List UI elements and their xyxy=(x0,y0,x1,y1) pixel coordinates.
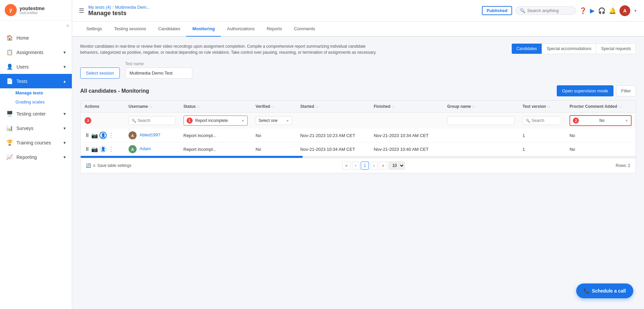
sidebar: y youtestme GetCertified « 🏠 Home 📋 Assi… xyxy=(0,0,72,309)
test-name-input[interactable] xyxy=(125,68,192,79)
test-version-filter-input[interactable] xyxy=(532,118,552,123)
verified-filter-value: Select one xyxy=(259,118,278,123)
finished-cell-1: Nov-21-2023 10:34 AM CET xyxy=(370,129,443,142)
scrollbar-thumb[interactable] xyxy=(81,156,303,158)
col-group-name[interactable]: Group name↑↓ xyxy=(443,101,518,113)
training-courses-icon: 🏆 xyxy=(6,139,13,146)
table-row: ⏸ 📷 👤 ⋮ A Abled1997 xyxy=(81,129,636,142)
schedule-call-button[interactable]: 📞 Schedule a call xyxy=(576,283,633,298)
help-icon[interactable]: ❓ xyxy=(579,7,587,14)
sidebar-item-testing-center[interactable]: 🖥️ Testing center ▼ xyxy=(0,106,72,121)
tab-testing-sessions[interactable]: Testing sessions xyxy=(108,21,152,37)
more-options-icon-1[interactable]: ⋮ xyxy=(108,132,114,139)
play-icon[interactable]: ▶ xyxy=(590,7,595,14)
menu-toggle-button[interactable]: ☰ xyxy=(79,7,84,14)
verified-filter-dropdown[interactable]: Select one ▼ xyxy=(256,116,292,125)
avatar[interactable]: A xyxy=(620,5,630,16)
select-session-button[interactable]: Select session xyxy=(80,68,120,79)
proctor-comment-filter-dropdown[interactable]: 2 No ▼ xyxy=(569,115,632,126)
next-page-button[interactable]: › xyxy=(370,162,378,170)
sidebar-item-assignments[interactable]: 📋 Assignments ▼ xyxy=(0,45,72,59)
group-name-filter-input[interactable] xyxy=(447,116,514,125)
col-test-version[interactable]: Test version↑↓ xyxy=(518,101,565,113)
tab-candidates[interactable]: Candidates xyxy=(152,21,186,37)
col-username[interactable]: Username↑↓ xyxy=(125,101,180,113)
page-body: Monitor candidates in real-time or revie… xyxy=(72,37,644,180)
topbar-right: Published 🔍 ❓ ▶ 🎧 🔔 A ▼ xyxy=(482,5,637,16)
prev-page-button[interactable]: ‹ xyxy=(352,162,359,170)
assignments-arrow-icon: ▼ xyxy=(63,50,66,54)
status-filter-chevron-icon: ▼ xyxy=(241,119,245,123)
sidebar-item-training-courses[interactable]: 🏆 Training courses ▼ xyxy=(0,135,72,150)
page-size-select[interactable]: 10 25 50 xyxy=(389,162,405,170)
testing-center-icon: 🖥️ xyxy=(6,111,13,117)
sidebar-subitem-grading-scales[interactable]: Grading scales xyxy=(0,97,72,106)
status-filter-dropdown[interactable]: 1 Report incomplete ▼ xyxy=(184,116,248,126)
topbar: ☰ My tests (4)/Multimedia Dem...Manage t… xyxy=(72,0,644,21)
verified-cell-2: No xyxy=(252,142,296,156)
content-area: Monitor candidates in real-time or revie… xyxy=(72,37,644,309)
col-started[interactable]: Started↑↓ xyxy=(296,101,370,113)
search-icon: 🔍 xyxy=(520,8,525,13)
filter-status-cell: 1 Report incomplete ▼ xyxy=(180,113,252,129)
sidebar-item-reporting-label: Reporting xyxy=(16,154,37,160)
sidebar-item-tests[interactable]: 📄 Tests ▲ xyxy=(0,74,72,88)
avatar-dropdown-arrow-icon[interactable]: ▼ xyxy=(634,9,637,13)
filter-started-cell xyxy=(296,113,370,129)
username-search-icon: 🔍 xyxy=(132,119,136,123)
sidebar-item-reporting[interactable]: 📈 Reporting ▼ xyxy=(0,150,72,164)
proctor-filter-chevron-icon: ▼ xyxy=(625,119,628,123)
svg-text:A: A xyxy=(623,8,627,13)
candidates-filter-button[interactable]: Candidates xyxy=(512,44,542,54)
select-session-wrapper: Select session xyxy=(80,68,120,79)
collapse-sidebar-button[interactable]: « xyxy=(3,23,69,29)
col-proctor-comment[interactable]: Proctor Comment Added↑↓ xyxy=(565,101,636,113)
actions-cell-1: ⏸ 📷 👤 ⋮ xyxy=(81,129,125,142)
breadcrumb-my-tests[interactable]: My tests (4) xyxy=(88,5,111,10)
horizontal-scrollbar[interactable] xyxy=(81,156,636,158)
special-requests-filter-button[interactable]: Special requests xyxy=(596,44,636,54)
tests-icon: 📄 xyxy=(6,78,13,84)
table-header-row: Actions Username↑↓ Status↑↓ Verified↑↓ S… xyxy=(81,101,636,113)
users-icon: 👤 xyxy=(6,63,13,70)
pause-icon-2[interactable]: ⏸ xyxy=(85,146,90,152)
more-options-icon-2[interactable]: ⋮ xyxy=(108,145,114,153)
started-cell-2: Nov-21-2023 10:34 AM CET xyxy=(296,142,370,156)
page-1-button[interactable]: 1 xyxy=(361,162,369,170)
camera-icon-2[interactable]: 📷 xyxy=(91,146,98,152)
tab-comments[interactable]: Comments xyxy=(288,21,321,37)
col-finished[interactable]: Finished↑↓ xyxy=(370,101,443,113)
tests-arrow-icon: ▲ xyxy=(63,79,66,83)
pause-icon-1[interactable]: ⏸ xyxy=(85,132,90,138)
filter-table-button[interactable]: Filter xyxy=(616,85,636,96)
tab-reports[interactable]: Reports xyxy=(261,21,288,37)
save-settings-button[interactable]: 🔄 ≡ Save table settings xyxy=(86,163,131,168)
breadcrumb-multimedia[interactable]: Multimedia Dem... xyxy=(115,5,150,10)
action-icons-1: ⏸ 📷 👤 ⋮ xyxy=(85,132,120,139)
username-link-2[interactable]: Adam xyxy=(140,146,151,151)
camera-icon-1[interactable]: 📷 xyxy=(91,132,98,139)
headset-icon[interactable]: 🎧 xyxy=(598,7,605,14)
user-circle-icon-1[interactable]: 👤 xyxy=(99,132,107,139)
special-accommodations-filter-button[interactable]: Special accommodations xyxy=(542,44,596,54)
col-status[interactable]: Status↑↓ xyxy=(180,101,252,113)
sidebar-item-users[interactable]: 👤 Users ▼ xyxy=(0,59,72,74)
tab-authorizations[interactable]: Authorizations xyxy=(221,21,260,37)
first-page-button[interactable]: « xyxy=(342,162,351,170)
sidebar-subitem-manage-tests[interactable]: Manage tests xyxy=(0,88,72,97)
open-supervision-mode-button[interactable]: Open supervision mode xyxy=(557,85,613,96)
badge-3: 3 xyxy=(85,117,91,124)
sidebar-item-surveys[interactable]: 📊 Surveys ▼ xyxy=(0,121,72,135)
notification-bell-icon[interactable]: 🔔 xyxy=(609,7,616,14)
col-verified[interactable]: Verified↑↓ xyxy=(252,101,296,113)
search-input[interactable] xyxy=(527,8,567,13)
last-page-button[interactable]: » xyxy=(379,162,387,170)
tab-settings[interactable]: Settings xyxy=(80,21,108,37)
user-circle-icon-2[interactable]: 👤 xyxy=(99,145,107,153)
tab-monitoring[interactable]: Monitoring xyxy=(186,21,221,37)
menu-lines-icon: ≡ xyxy=(93,163,95,168)
username-link-1[interactable]: Abled1997 xyxy=(140,132,160,137)
svg-text:A: A xyxy=(131,147,134,151)
username-filter-input[interactable] xyxy=(138,118,164,123)
sidebar-item-home[interactable]: 🏠 Home xyxy=(0,31,72,45)
